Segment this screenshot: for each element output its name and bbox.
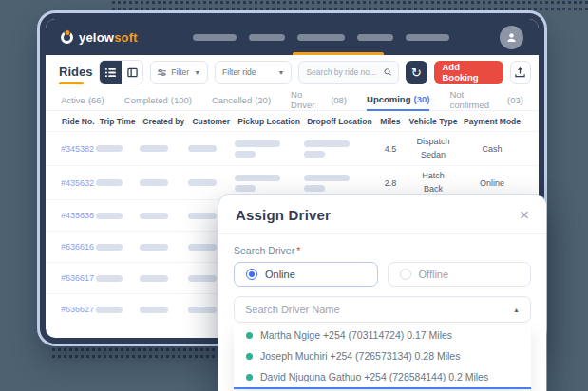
placeholder-bar [96,145,123,152]
tab-not-confirmed[interactable]: Not confirmed(03) [449,89,523,110]
filter-ride-dropdown-label: Filter ride [222,67,256,77]
placeholder-bar [235,175,280,181]
placeholder-bar [304,140,350,147]
driver-option[interactable]: Martha Ngige +254 (703114724) 0.17 Miles [234,325,531,345]
chevron-down-icon: ▼ [278,69,285,76]
filter-dropdown-label: Filter [171,67,189,77]
placeholder-bar [96,307,123,313]
rides-toolbar: Rides Filter ▼ Filter ride ▼ [46,55,539,89]
placeholder-bar [235,185,256,192]
chevron-up-icon: ▲ [513,307,520,313]
brand-logo[interactable]: yelowsoft [61,30,138,45]
add-booking-button[interactable]: Add Booking [434,61,503,84]
driver-dropdown-list: Martha Ngige +254 (703114724) 0.17 Miles… [234,325,531,389]
nav-item-placeholder[interactable] [249,34,285,41]
driver-option[interactable]: Joseph Muchiri +254 (726573134) 0.28 Mil… [234,345,531,366]
tab-no-driver[interactable]: No Driver(08) [291,89,347,110]
placeholder-bar [96,244,123,251]
ride-number-link[interactable]: #636617 [61,273,94,283]
table-row: #345382 4.5 Dispatch Sedan Cash [46,131,539,165]
tab-active[interactable]: Active(66) [61,89,104,110]
driver-option-label: Martha Ngige +254 (703114724) 0.17 Miles [260,329,452,341]
miles-value: 2.8 [385,178,397,188]
vehicle-type-value: Hatch Back [413,170,453,195]
col-vehicle-type: Vehicle Type [406,117,461,126]
refresh-button[interactable]: ↻ [406,61,427,84]
ride-number-link[interactable]: #435632 [61,178,94,188]
tab-completed[interactable]: Completed(100) [124,89,192,110]
online-status-dot [246,353,253,360]
close-icon[interactable]: × [520,207,529,223]
online-status-dot [246,374,253,381]
modal-header: Assign Driver × [218,195,546,234]
modal-body: Search Driver* Online Offline Search Dri… [218,234,546,389]
vehicle-type-value: Dispatch Sedan [413,136,453,160]
placeholder-bar [140,307,168,313]
list-view-button[interactable] [100,61,121,84]
placeholder-bar [188,179,217,186]
driver-option[interactable]: David Njuguna Gathuo +254 (728584144) 0.… [234,366,531,387]
top-nav-placeholders [193,34,449,41]
placeholder-bar [235,140,280,147]
modal-title: Assign Driver [236,207,331,223]
driver-name-select[interactable]: Search Driver Name ▲ [234,296,531,323]
ride-number-link[interactable]: #345382 [61,144,94,154]
offline-radio-option[interactable]: Offline [388,262,532,287]
driver-option-label: David Njuguna Gathuo +254 (728584144) 0.… [260,371,488,382]
brand-logo-icon [61,31,73,44]
map-icon [127,67,138,78]
view-toggle [99,60,143,84]
filter-dropdown[interactable]: Filter ▼ [150,61,208,84]
placeholder-bar [140,275,168,282]
tab-cancelled[interactable]: Cancelled(20) [212,89,271,110]
online-radio-label: Online [265,269,295,280]
refresh-icon: ↻ [411,66,422,79]
offline-radio-label: Offline [419,269,449,280]
person-icon [505,31,518,44]
ride-number-link[interactable]: #636627 [61,305,94,314]
col-payment-mode: Payment Mode [461,117,523,126]
export-icon [515,67,525,78]
map-view-button[interactable] [122,61,142,84]
placeholder-bar [188,275,217,282]
app-header: yelowsoft [46,19,539,55]
col-created-by: Created by [140,117,188,126]
placeholder-bar [188,213,217,219]
tab-upcoming[interactable]: Upcoming(30) [367,89,429,111]
nav-item-placeholder[interactable] [193,34,237,41]
payment-mode-value: Online [480,178,504,188]
placeholder-bar [304,185,325,192]
driver-option-label: Joseph Muchiri +254 (726573134) 0.28 Mil… [260,350,460,362]
payment-mode-value: Cash [483,144,503,154]
placeholder-bar [96,179,123,186]
filter-ride-dropdown[interactable]: Filter ride ▼ [215,61,292,84]
col-miles: Miles [375,117,406,126]
placeholder-bar [140,179,168,186]
placeholder-bar [188,307,217,313]
user-avatar[interactable] [500,26,523,49]
radio-unselected-icon [400,269,411,280]
export-button[interactable] [510,61,532,84]
placeholder-bar [96,275,123,282]
online-radio-option[interactable]: Online [234,262,378,287]
col-ride-no: Ride No. [61,117,96,126]
search-driver-label: Search Driver* [234,245,531,256]
ride-number-link[interactable]: #435636 [61,211,94,220]
nav-item-placeholder[interactable] [406,34,449,41]
col-trip-time: Trip Time [96,117,140,126]
nav-item-placeholder[interactable] [357,34,393,41]
placeholder-bar [96,213,123,219]
ride-status-tabs: Active(66) Completed(100) Cancelled(20) … [46,89,539,111]
required-marker: * [296,245,300,256]
table-header: Ride No. Trip Time Created by Customer P… [46,111,539,131]
placeholder-bar [304,175,350,181]
nav-item-placeholder[interactable] [297,34,345,41]
chevron-down-icon: ▼ [194,69,200,76]
active-nav-underline [293,52,384,55]
ride-search-input[interactable] [306,67,379,77]
ride-number-link[interactable]: #636616 [61,242,94,251]
placeholder-bar [140,213,168,219]
placeholder-bar [188,244,217,251]
col-customer: Customer [188,117,235,126]
driver-status-radio-group: Online Offline [234,262,531,287]
